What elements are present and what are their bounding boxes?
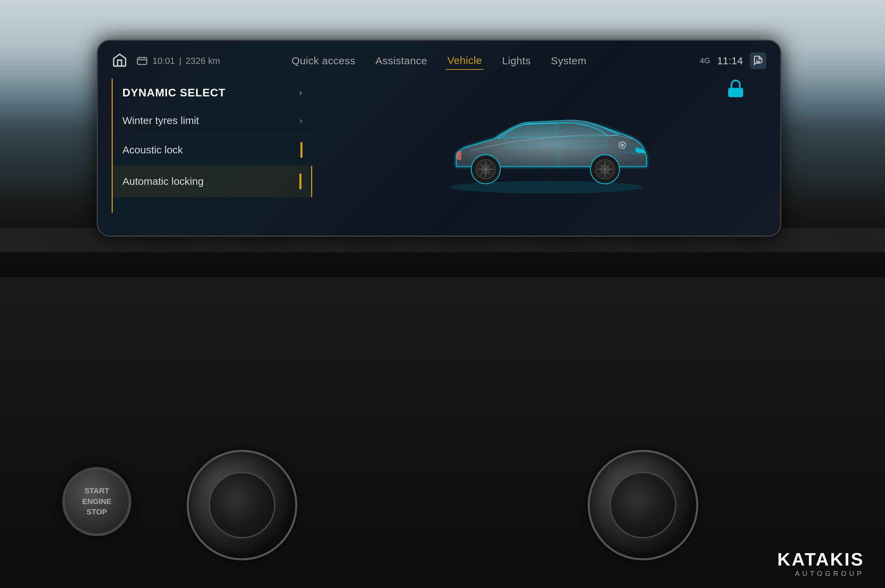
trip-separator: | [179,56,182,66]
menu-item-automatic-locking[interactable]: Automatic locking [113,166,312,197]
svg-rect-3 [728,88,743,98]
menu-item-winter-tyres[interactable]: Winter tyres limit › [113,107,312,134]
indicator-acoustic-lock [301,142,302,158]
air-vents-row [131,450,754,560]
start-engine-button-area: START ENGINE STOP [62,467,131,536]
start-engine-button[interactable]: START ENGINE STOP [62,467,131,536]
dashboard-area: START ENGINE STOP [0,277,885,588]
menu-item-acoustic-lock[interactable]: Acoustic lock [113,134,312,166]
trip-distance: 2326 km [186,56,220,66]
trip-time: 10:01 [152,56,175,66]
menu-label-acoustic-lock: Acoustic lock [122,144,183,156]
brand-logo: KATAKIS AUTOGROUP [777,549,864,578]
svg-point-6 [635,148,643,152]
tab-lights[interactable]: Lights [500,52,532,69]
indicator-automatic-locking [299,173,302,189]
menu-label-dynamic-select: DYNAMIC SELECT [122,86,225,99]
air-vent-right [588,450,698,560]
center-console [408,471,477,540]
top-bar-right: 4G 11:14 [700,52,766,69]
top-bar-left: 10:01 | 2326 km [112,52,220,69]
nav-tabs: Quick access Assistance Vehicle Lights S… [290,52,588,70]
car-svg [425,87,667,204]
brand-name: KATAKIS [777,549,864,570]
tab-quick-access[interactable]: Quick access [290,52,357,69]
trip-info: 10:01 | 2326 km [136,55,220,67]
air-vent-left [187,450,297,560]
start-label-line1: START [84,486,109,496]
tab-system[interactable]: System [549,52,588,69]
signal-strength-label: 4G [700,56,710,65]
infotainment-screen: 10:01 | 2326 km Quick access Assistance … [97,40,781,237]
svg-point-4 [449,181,643,194]
trip-icon [136,55,148,67]
tab-vehicle[interactable]: Vehicle [446,52,483,70]
svg-rect-0 [138,58,147,64]
car-visualization [326,79,766,213]
chevron-icon-dynamic-select: › [299,87,302,98]
main-content: DYNAMIC SELECT › Winter tyres limit › Ac… [112,79,766,213]
brand-sub: AUTOGROUP [777,570,864,578]
lock-status-icon [726,79,746,100]
tab-assistance[interactable]: Assistance [374,52,429,69]
clock-display: 11:14 [717,55,743,67]
menu-label-winter-tyres: Winter tyres limit [122,115,199,126]
lock-icon [726,79,746,99]
menu-item-dynamic-select[interactable]: DYNAMIC SELECT › [113,79,312,107]
start-label-line3: STOP [86,507,107,518]
notification-icon [753,55,764,66]
vehicle-menu-list: DYNAMIC SELECT › Winter tyres limit › Ac… [112,79,312,213]
menu-label-automatic-locking: Automatic locking [122,176,204,187]
car-image [425,87,667,204]
notification-button[interactable] [750,52,766,69]
start-label-line2: ENGINE [82,496,111,507]
home-button[interactable] [112,52,128,69]
chevron-icon-winter-tyres: › [299,116,302,126]
top-bar: 10:01 | 2326 km Quick access Assistance … [112,51,766,71]
screen-inner: 10:01 | 2326 km Quick access Assistance … [98,41,780,236]
